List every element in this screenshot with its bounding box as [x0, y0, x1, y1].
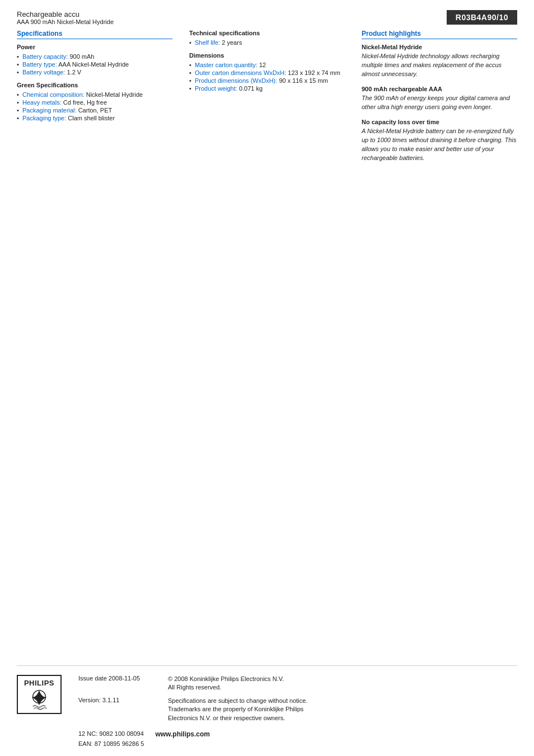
footer-version-row: Version: 3.1.11 Specifications are subje…: [78, 697, 517, 722]
green-specs-list: Chemical composition: Nickel-Metal Hydri…: [17, 91, 172, 122]
list-item: Battery capacity: 900 mAh: [17, 53, 172, 60]
list-item: Packaging type: Clam shell blister: [17, 114, 172, 122]
spec-label: Product weight:: [195, 85, 237, 92]
highlights-container: Nickel-Metal HydrideNickel-Metal Hydride…: [362, 44, 517, 162]
right-column: Product highlights Nickel-Metal HydrideN…: [350, 30, 517, 654]
list-item: Product weight: 0.071 kg: [189, 84, 345, 92]
highlight-description: Nickel-Metal Hydride technology allows r…: [362, 52, 517, 79]
spec-label: Master carton quantity:: [195, 62, 257, 68]
highlight-title: 900 mAh rechargeable AAA: [362, 86, 517, 92]
middle-column: Technical specifications Shelf life: 2 y…: [184, 30, 350, 654]
spec-label: Battery voltage:: [22, 69, 65, 76]
power-list: Battery capacity: 900 mAhBattery type: A…: [17, 53, 172, 76]
header-right: R03B4A90/10: [447, 10, 517, 25]
footer-ean: EAN: 87 10895 96286 5: [78, 740, 144, 747]
footer-copyright: © 2008 Koninklijke Philips Electronics N…: [168, 675, 284, 692]
spec-value: AAA Nickel-Metal Hydride: [58, 61, 129, 68]
highlight-title: Nickel-Metal Hydride: [362, 44, 517, 50]
footer-meta: Issue date 2008-11-05 © 2008 Koninklijke…: [78, 675, 517, 747]
footer-website: www.philips.com: [155, 730, 210, 738]
highlight-description: A Nickel-Metal Hydride battery can be re…: [362, 127, 517, 163]
highlight-title: No capacity loss over time: [362, 119, 517, 125]
footer-nc-row: 12 NC: 9082 100 08094 EAN: 87 10895 9628…: [78, 727, 517, 747]
product-highlights-heading: Product highlights: [362, 30, 517, 39]
main-content: Specifications Power Battery capacity: 9…: [0, 30, 534, 654]
specifications-heading: Specifications: [17, 30, 172, 39]
spec-value: 90 x 116 x 15 mm: [279, 77, 327, 84]
spec-value: 0.071 kg: [239, 85, 263, 92]
footer-nc: 12 NC: 9082 100 08094: [78, 730, 144, 737]
spec-value: Clam shell blister: [68, 115, 115, 121]
list-item: Outer carton dimensions WxDxH: 123 x 192…: [189, 69, 345, 77]
spec-label: Outer carton dimensions WxDxH:: [195, 69, 286, 76]
spec-label: Chemical composition:: [22, 91, 85, 98]
spec-label: Packaging material:: [22, 107, 77, 114]
dimensions-heading: Dimensions: [189, 52, 345, 59]
list-item: Battery type: AAA Nickel-Metal Hydride: [17, 60, 172, 68]
product-code: R03B4A90/10: [447, 10, 517, 25]
highlight-description: The 900 mAh of energy keeps your digital…: [362, 94, 517, 112]
page-container: Rechargeable accu AAA 900 mAh Nickel-Met…: [0, 0, 534, 756]
footer-nc-block: 12 NC: 9082 100 08094 EAN: 87 10895 9628…: [78, 727, 144, 747]
spec-label: Packaging type:: [22, 115, 66, 121]
spec-value: 900 mAh: [69, 53, 94, 60]
header-left: Rechargeable accu AAA 900 mAh Nickel-Met…: [17, 10, 114, 25]
spec-label: Battery capacity:: [22, 53, 68, 60]
green-specs-heading: Green Specifications: [17, 82, 172, 88]
spec-value: Carton, PET: [78, 107, 113, 114]
spec-value: 123 x 192 x 74 mm: [288, 69, 340, 76]
left-column: Specifications Power Battery capacity: 9…: [17, 30, 184, 654]
list-item: Master carton quantity: 12: [189, 61, 345, 69]
footer-issue-label: Issue date 2008-11-05: [78, 675, 157, 682]
technical-list: Shelf life: 2 years: [189, 39, 345, 46]
footer-version-label: Version: 3.1.11: [78, 697, 157, 703]
power-heading: Power: [17, 44, 172, 50]
spec-value: 12: [259, 62, 266, 68]
spec-label: Heavy metals:: [22, 99, 62, 106]
footer-disclaimer: Specifications are subject to change wit…: [168, 697, 307, 722]
philips-logo-box: PHILIPS: [17, 675, 62, 714]
product-subtitle: AAA 900 mAh Nickel-Metal Hydride: [17, 18, 114, 25]
list-item: Product dimensions (WxDxH): 90 x 116 x 1…: [189, 77, 345, 84]
spec-value: Cd free, Hg free: [63, 99, 107, 106]
philips-logo-text: PHILIPS: [24, 679, 54, 687]
spec-value: 1.2 V: [67, 69, 82, 76]
spec-value: 2 years: [222, 39, 242, 46]
list-item: Packaging material: Carton, PET: [17, 106, 172, 114]
spec-label: Battery type:: [22, 61, 57, 68]
spec-label: Product dimensions (WxDxH):: [195, 77, 277, 84]
dimensions-list: Master carton quantity: 12Outer carton d…: [189, 61, 345, 92]
header: Rechargeable accu AAA 900 mAh Nickel-Met…: [0, 0, 534, 30]
footer-issue-row: Issue date 2008-11-05 © 2008 Koninklijke…: [78, 675, 517, 692]
list-item: Battery voltage: 1.2 V: [17, 68, 172, 76]
spec-value: Nickel-Metal Hydride: [86, 91, 143, 98]
footer: PHILIPS Issue date 2008-11-05 © 2008 Kon…: [17, 665, 517, 756]
list-item: Heavy metals: Cd free, Hg free: [17, 98, 172, 106]
spec-label: Shelf life:: [195, 39, 220, 46]
philips-shield-icon: [28, 688, 50, 711]
technical-heading: Technical specifications: [189, 30, 345, 36]
list-item: Shelf life: 2 years: [189, 39, 345, 46]
product-title: Rechargeable accu: [17, 10, 114, 18]
footer-logo: PHILIPS: [17, 675, 67, 714]
list-item: Chemical composition: Nickel-Metal Hydri…: [17, 91, 172, 98]
